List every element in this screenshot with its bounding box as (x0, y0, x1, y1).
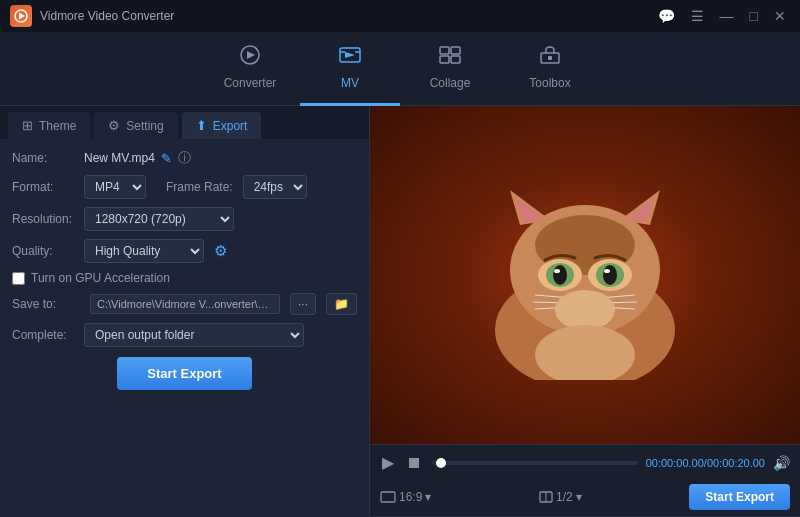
chat-icon[interactable]: 💬 (654, 8, 679, 24)
svg-point-24 (554, 269, 560, 273)
framerate-label: Frame Rate: (166, 180, 233, 194)
nav-mv-label: MV (341, 76, 359, 90)
name-row: Name: New MV.mp4 ✎ ⓘ (12, 149, 357, 167)
play-button[interactable]: ▶ (380, 451, 396, 474)
panel-content: Name: New MV.mp4 ✎ ⓘ Format: MP4 AVI MOV… (0, 139, 369, 517)
svg-rect-6 (451, 47, 460, 54)
format-label: Format: (12, 180, 84, 194)
svg-rect-35 (381, 492, 395, 502)
quality-group: High Quality Medium Quality Low Quality … (84, 239, 227, 263)
saveto-label: Save to: (12, 297, 84, 311)
app-title: Vidmore Video Converter (40, 9, 654, 23)
nav-collage-label: Collage (430, 76, 471, 90)
name-label: Name: (12, 151, 84, 165)
video-preview (370, 106, 800, 444)
svg-rect-5 (440, 47, 449, 54)
mv-icon (337, 44, 363, 72)
complete-label: Complete: (12, 328, 84, 342)
theme-tab-icon: ⊞ (22, 118, 33, 133)
gpu-label[interactable]: Turn on GPU Acceleration (31, 271, 170, 285)
time-display: 00:00:00.00/00:00:20.00 (646, 457, 765, 469)
tab-setting-label: Setting (126, 119, 163, 133)
export-tab-icon: ⬆ (196, 118, 207, 133)
svg-point-22 (553, 265, 567, 285)
name-edit-icon[interactable]: ✎ (161, 151, 172, 166)
svg-point-25 (604, 269, 610, 273)
saveto-more-btn[interactable]: ··· (290, 293, 316, 315)
video-frame (370, 106, 800, 444)
maximize-icon[interactable]: □ (746, 8, 762, 24)
tab-setting[interactable]: ⚙ Setting (94, 112, 177, 139)
quality-row: Quality: High Quality Medium Quality Low… (12, 239, 357, 263)
resolution-row: Resolution: 1280x720 (720p) 1920x1080 (1… (12, 207, 357, 231)
left-panel: ⊞ Theme ⚙ Setting ⬆ Export Name: New MV.… (0, 106, 370, 517)
saveto-folder-btn[interactable]: 📁 (326, 293, 357, 315)
nav-toolbox[interactable]: Toolbox (500, 32, 600, 106)
quality-label: Quality: (12, 244, 84, 258)
svg-rect-10 (548, 56, 552, 60)
scale-button[interactable]: 1/2 ▾ (539, 490, 582, 504)
svg-rect-8 (451, 56, 460, 63)
minimize-icon[interactable]: — (716, 8, 738, 24)
setting-tab-icon: ⚙ (108, 118, 120, 133)
cat-image (445, 170, 725, 380)
start-export-left-button[interactable]: Start Export (117, 357, 251, 390)
svg-point-33 (555, 290, 615, 330)
app-logo (10, 5, 32, 27)
nav-converter-label: Converter (224, 76, 277, 90)
right-panel: ▶ ⏹ 00:00:00.00/00:00:20.00 🔊 16:9 ▾ 1/2… (370, 106, 800, 517)
saveto-group: C:\Vidmore\Vidmore V...onverter\MV Expor… (90, 293, 357, 315)
resolution-select[interactable]: 1280x720 (720p) 1920x1080 (1080p) 854x48… (84, 207, 234, 231)
aspect-ratio-button[interactable]: 16:9 ▾ (380, 490, 431, 504)
svg-rect-7 (440, 56, 449, 63)
tab-export-label: Export (213, 119, 248, 133)
saveto-row: Save to: C:\Vidmore\Vidmore V...onverter… (12, 293, 357, 315)
toolbox-icon (537, 44, 563, 72)
menu-icon[interactable]: ☰ (687, 8, 708, 24)
main-content: ⊞ Theme ⚙ Setting ⬆ Export Name: New MV.… (0, 106, 800, 517)
title-bar: Vidmore Video Converter 💬 ☰ — □ ✕ (0, 0, 800, 32)
saveto-path: C:\Vidmore\Vidmore V...onverter\MV Expor… (90, 294, 280, 314)
start-export-right-button[interactable]: Start Export (689, 484, 790, 510)
quality-gear-icon[interactable]: ⚙ (214, 242, 227, 260)
window-controls: 💬 ☰ — □ ✕ (654, 8, 790, 24)
complete-row: Complete: Open output folder Do nothing … (12, 323, 357, 347)
progress-dot (436, 458, 446, 468)
framerate-select[interactable]: 24fps 25fps 30fps 60fps (243, 175, 307, 199)
stop-button[interactable]: ⏹ (404, 452, 424, 474)
svg-point-23 (603, 265, 617, 285)
complete-select[interactable]: Open output folder Do nothing Shut down … (84, 323, 304, 347)
close-icon[interactable]: ✕ (770, 8, 790, 24)
video-controls: ▶ ⏹ 00:00:00.00/00:00:20.00 🔊 (370, 444, 800, 480)
format-row: Format: MP4 AVI MOV MKV Frame Rate: 24fp… (12, 175, 357, 199)
gpu-row: Turn on GPU Acceleration (12, 271, 357, 285)
gpu-checkbox[interactable] (12, 272, 25, 285)
svg-marker-3 (247, 51, 255, 59)
nav-toolbox-label: Toolbox (529, 76, 570, 90)
converter-icon (237, 44, 263, 72)
collage-icon (437, 44, 463, 72)
nav-collage[interactable]: Collage (400, 32, 500, 106)
volume-icon[interactable]: 🔊 (773, 455, 790, 471)
format-select[interactable]: MP4 AVI MOV MKV (84, 175, 146, 199)
top-nav: Converter MV Collage (0, 32, 800, 106)
nav-mv[interactable]: MV (300, 32, 400, 106)
svg-marker-1 (19, 13, 25, 20)
video-controls-row2: 16:9 ▾ 1/2 ▾ Start Export (370, 480, 800, 517)
progress-bar[interactable] (432, 461, 638, 465)
name-value: New MV.mp4 ✎ ⓘ (84, 149, 191, 167)
tab-theme-label: Theme (39, 119, 76, 133)
quality-select[interactable]: High Quality Medium Quality Low Quality (84, 239, 204, 263)
resolution-label: Resolution: (12, 212, 84, 226)
format-group: MP4 AVI MOV MKV Frame Rate: 24fps 25fps … (84, 175, 307, 199)
tab-export[interactable]: ⬆ Export (182, 112, 262, 139)
nav-converter[interactable]: Converter (200, 32, 300, 106)
name-info-icon[interactable]: ⓘ (178, 149, 191, 167)
panel-tabs: ⊞ Theme ⚙ Setting ⬆ Export (0, 106, 369, 139)
tab-theme[interactable]: ⊞ Theme (8, 112, 90, 139)
